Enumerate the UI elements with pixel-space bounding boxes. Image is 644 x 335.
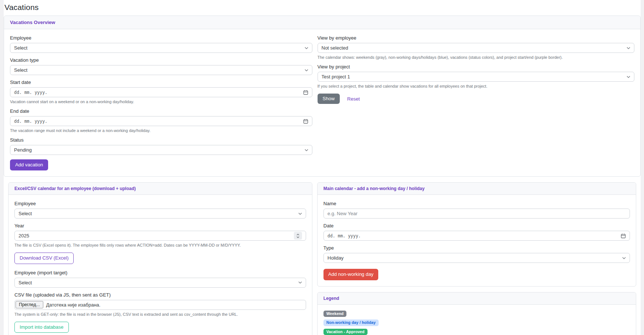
year-label: Year xyxy=(14,223,306,229)
year-help: The file is CSV (Excel opens it). The em… xyxy=(14,243,306,247)
csv-employee-label: Employee xyxy=(14,201,306,206)
holiday-date-label: Date xyxy=(323,223,630,229)
start-date-input[interactable]: dd. mm. yyyy. xyxy=(10,87,312,97)
legend-badge: Weekend xyxy=(323,311,347,317)
holiday-type-label: Type xyxy=(323,245,630,251)
calendar-icon[interactable] xyxy=(303,90,308,95)
chevron-down-icon xyxy=(622,257,626,259)
overview-card-header: Vacations Overview xyxy=(4,16,640,29)
calendar-icon[interactable] xyxy=(621,233,626,238)
year-input[interactable]: 2025 xyxy=(14,231,306,241)
browse-button[interactable]: Преглед... xyxy=(16,301,43,308)
csv-file-help: The system is GET-only: the file is read… xyxy=(14,312,306,317)
right-card-stack: Main calendar - add a non-working day / … xyxy=(317,182,636,335)
add-non-working-day-button[interactable]: Add non-working day xyxy=(323,269,378,280)
excel-csv-card-header: Excel/CSV calendar for an employee (down… xyxy=(9,183,312,195)
view-by-project-select[interactable]: Test project 1 xyxy=(318,72,635,82)
csv-file-input[interactable]: Преглед... Датотека није изабрана. xyxy=(14,300,306,310)
legend-card-header: Legend xyxy=(318,292,636,305)
start-date-label: Start date xyxy=(10,79,312,85)
csv-employee-select[interactable]: Select xyxy=(14,209,306,219)
add-vacation-button[interactable]: Add vacation xyxy=(10,159,48,170)
legend-card: Legend WeekendNon-working day / holidayV… xyxy=(317,292,636,335)
chevron-down-icon xyxy=(305,69,308,71)
end-date-help: The vacation range must not include a we… xyxy=(10,128,312,133)
legend-list: WeekendNon-working day / holidayVacation… xyxy=(323,311,630,335)
holiday-card: Main calendar - add a non-working day / … xyxy=(317,182,636,286)
download-csv-button[interactable]: Download CSV (Excel) xyxy=(14,253,74,264)
calendar-icon[interactable] xyxy=(303,119,308,124)
view-by-employee-label: View by employee xyxy=(318,35,635,41)
chevron-down-icon xyxy=(305,149,308,151)
employee-label: Employee xyxy=(10,35,312,41)
import-database-button[interactable]: Import into database xyxy=(14,322,69,333)
show-button[interactable]: Show xyxy=(318,94,340,104)
status-label: Status xyxy=(10,137,312,143)
end-date-label: End date xyxy=(10,108,312,114)
holiday-name-input[interactable]: e.g. New Year xyxy=(323,209,630,219)
view-by-project-help: If you select a project, the table and c… xyxy=(318,84,635,88)
view-by-employee-help: The calendar shows: weekends (gray), non… xyxy=(318,55,635,60)
view-filters: View by employee Not selected The calend… xyxy=(318,35,635,170)
status-select[interactable]: Pending xyxy=(10,145,312,155)
employee-select[interactable]: Select xyxy=(10,43,312,53)
excel-csv-card: Excel/CSV calendar for an employee (down… xyxy=(8,182,312,335)
chevron-down-icon xyxy=(627,76,630,78)
csv-file-label: CSV file (uploaded via JS, then sent as … xyxy=(14,292,306,298)
import-employee-label: Employee (import target) xyxy=(14,270,306,275)
vacation-type-label: Vacation type xyxy=(10,57,312,63)
import-employee-select[interactable]: Select xyxy=(14,278,306,288)
holiday-date-input[interactable]: dd. mm. yyyy. xyxy=(323,231,630,241)
chevron-down-icon xyxy=(298,281,302,284)
file-status-text: Датотека није изабрана. xyxy=(46,302,101,308)
holiday-name-label: Name xyxy=(323,201,630,206)
holiday-type-select[interactable]: Holiday xyxy=(323,253,630,263)
vacation-type-select[interactable]: Select xyxy=(10,65,312,75)
legend-badge: Vacation - Approved xyxy=(323,329,368,335)
chevron-down-icon xyxy=(627,47,630,49)
chevron-down-icon xyxy=(298,213,302,215)
vacations-page: Vacations Vacations Overview Employee Se… xyxy=(4,0,641,335)
view-by-project-label: View by project xyxy=(318,64,635,70)
page-title: Vacations xyxy=(4,3,641,12)
end-date-input[interactable]: dd. mm. yyyy. xyxy=(10,116,312,126)
start-date-help: Vacation cannot start on a weekend or on… xyxy=(10,99,312,104)
view-by-employee-select[interactable]: Not selected xyxy=(318,43,635,53)
reset-link[interactable]: Reset xyxy=(347,96,360,102)
add-vacation-form: Employee Select Vacation type Select xyxy=(10,35,312,170)
holiday-card-header: Main calendar - add a non-working day / … xyxy=(318,183,636,195)
vacations-overview-card: Vacations Overview Employee Select Vacat… xyxy=(4,16,641,177)
number-stepper[interactable] xyxy=(294,232,302,240)
legend-badge: Non-working day / holiday xyxy=(323,319,379,326)
chevron-down-icon xyxy=(305,47,308,49)
